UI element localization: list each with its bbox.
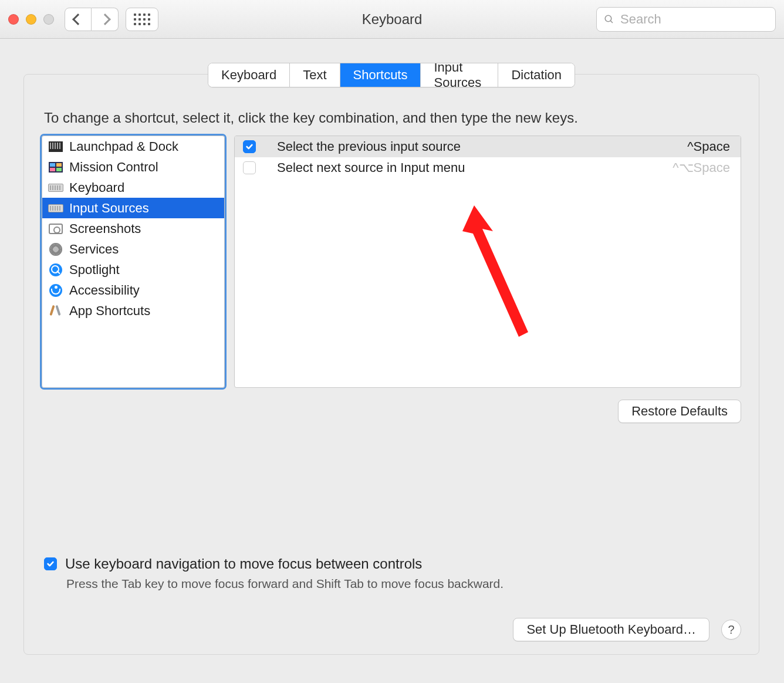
sidebar-item-services[interactable]: Services [42,239,224,259]
tab-shortcuts[interactable]: Shortcuts [340,63,421,87]
shortcut-row-prev-input-source[interactable]: Select the previous input source ^Space [235,136,741,157]
forward-button[interactable] [92,8,119,31]
sidebar-item-keyboard[interactable]: Keyboard [42,177,224,198]
sidebar-item-app-shortcuts[interactable]: App Shortcuts [42,300,224,321]
launchpad-icon [48,139,63,154]
restore-defaults-wrap: Restore Defaults [24,388,759,423]
search-input[interactable] [620,12,768,27]
sidebar-item-label: Spotlight [69,262,120,278]
shortcut-key[interactable]: ^Space [687,139,730,154]
grid-icon [134,13,150,25]
sidebar-item-screenshots[interactable]: Screenshots [42,218,224,239]
instruction-text: To change a shortcut, select it, click t… [24,107,759,136]
sidebar-item-input-sources[interactable]: Input Sources [42,198,224,218]
sidebar-item-label: App Shortcuts [69,303,150,319]
sidebar-item-label: Keyboard [69,180,124,195]
show-all-button[interactable] [126,8,158,31]
sidebar-item-label: Input Sources [69,201,149,216]
sidebar-item-label: Services [69,242,119,257]
window-titlebar: Keyboard [0,0,784,39]
chevron-right-icon [99,13,111,25]
help-button[interactable]: ? [721,620,741,640]
nav-back-forward [65,8,119,31]
keyboard-icon [48,180,63,195]
search-icon [604,13,614,25]
traffic-lights [8,14,54,25]
sidebar-item-label: Screenshots [69,221,141,236]
svg-line-1 [610,21,613,23]
screenshot-icon [48,221,63,236]
shortcut-panes: Launchpad & Dock Mission Control Keyboar… [24,136,759,388]
tab-dictation[interactable]: Dictation [498,63,575,87]
category-sidebar[interactable]: Launchpad & Dock Mission Control Keyboar… [42,136,225,388]
sidebar-item-label: Accessibility [69,283,140,298]
app-shortcuts-icon [48,303,63,319]
shortcut-enable-checkbox[interactable] [243,161,256,174]
zoom-window-button[interactable] [43,14,54,25]
minimize-window-button[interactable] [26,14,36,25]
sidebar-item-launchpad-dock[interactable]: Launchpad & Dock [42,136,224,157]
shortcut-label: Select the previous input source [277,139,461,154]
shortcut-row-next-input-source[interactable]: Select next source in Input menu ^⌥Space [235,157,741,178]
svg-point-0 [605,15,611,22]
shortcut-detail-list[interactable]: Select the previous input source ^Space … [234,136,741,388]
spotlight-icon [48,262,63,278]
sidebar-item-label: Launchpad & Dock [69,139,178,154]
shortcut-enable-checkbox[interactable] [243,140,256,153]
sidebar-item-label: Mission Control [69,160,158,175]
gear-icon [48,242,63,257]
keyboard-nav-row: Use keyboard navigation to move focus be… [44,556,739,572]
footer: Set Up Bluetooth Keyboard… ? [24,618,759,641]
keyboard-nav-subtext: Press the Tab key to move focus forward … [66,577,739,591]
shortcut-key[interactable]: ^⌥Space [673,160,730,175]
mission-control-icon [48,160,63,175]
keyboard-icon [48,201,63,216]
tab-text[interactable]: Text [289,63,339,87]
keyboard-nav-label: Use keyboard navigation to move focus be… [65,556,422,572]
close-window-button[interactable] [8,14,19,25]
svg-marker-2 [462,205,528,337]
sidebar-item-accessibility[interactable]: Accessibility [42,280,224,300]
shortcut-label: Select next source in Input menu [277,160,465,175]
tab-input-sources[interactable]: Input Sources [420,63,498,87]
tab-bar: Keyboard Text Shortcuts Input Sources Di… [208,63,575,87]
chevron-left-icon [72,13,84,25]
accessibility-icon [48,283,63,298]
search-field-wrap[interactable] [596,7,776,32]
keyboard-nav-checkbox[interactable] [44,557,57,570]
back-button[interactable] [65,8,92,31]
sidebar-item-mission-control[interactable]: Mission Control [42,157,224,177]
restore-defaults-button[interactable]: Restore Defaults [618,400,741,423]
preferences-pane: Keyboard Text Shortcuts Input Sources Di… [23,74,759,655]
sidebar-item-spotlight[interactable]: Spotlight [42,259,224,280]
annotation-arrow-icon [462,205,545,346]
tab-keyboard[interactable]: Keyboard [208,63,289,87]
bluetooth-keyboard-button[interactable]: Set Up Bluetooth Keyboard… [513,618,709,641]
